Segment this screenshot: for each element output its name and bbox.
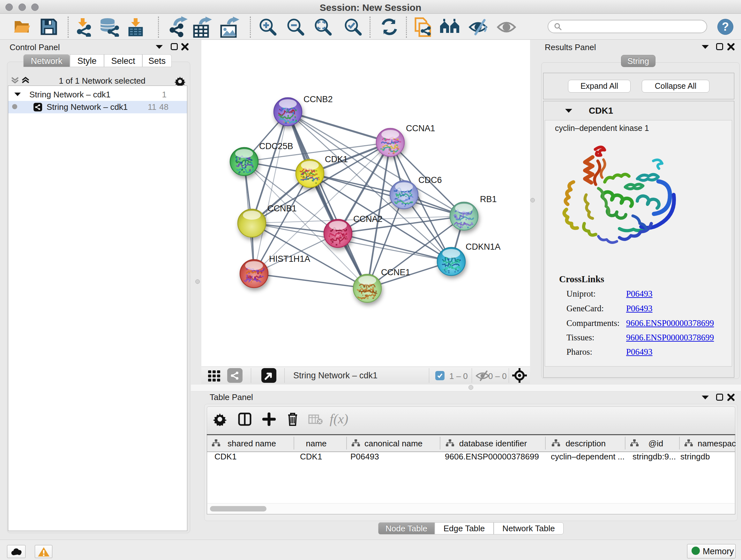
- svg-text:CDC6: CDC6: [418, 175, 442, 185]
- svg-text:CCNA2: CCNA2: [353, 214, 383, 224]
- svg-text:CDC25B: CDC25B: [259, 141, 293, 151]
- svg-text:RB1: RB1: [480, 194, 497, 204]
- svg-text:CCNE1: CCNE1: [381, 267, 410, 277]
- svg-text:CCNA1: CCNA1: [406, 124, 435, 133]
- svg-text:HIST1H1A: HIST1H1A: [269, 254, 310, 264]
- svg-text:CCNB1: CCNB1: [267, 204, 297, 213]
- svg-text:CCNB2: CCNB2: [304, 95, 333, 104]
- svg-text:CDKN1A: CDKN1A: [466, 242, 501, 252]
- svg-text:CDK1: CDK1: [325, 154, 348, 164]
